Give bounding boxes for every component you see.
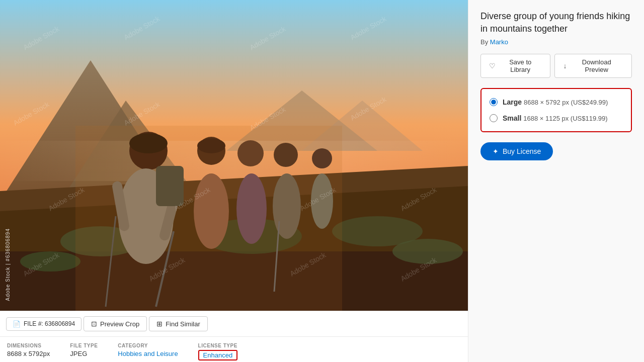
save-library-button[interactable]: ♡ Save to Library <box>480 54 550 78</box>
right-panel: Diverse group of young friends hiking in… <box>468 0 644 362</box>
preview-crop-button[interactable]: ⊡ Preview Crop <box>84 316 147 331</box>
download-preview-button[interactable]: ↓ Download Preview <box>554 54 632 78</box>
size-small-label[interactable]: Small 1688 × 1125 px (US$119.99) <box>503 114 608 122</box>
category-group: CATEGORY Hobbies and Leisure <box>118 343 178 357</box>
preview-crop-label: Preview Crop <box>100 320 139 328</box>
heart-icon: ♡ <box>489 62 496 70</box>
size-small-radio[interactable] <box>490 114 498 122</box>
license-type-group: LICENSE TYPE Enhanced <box>198 343 238 360</box>
metadata-bar: DIMENSIONS 8688 x 5792px FILE TYPE JPEG … <box>0 336 468 360</box>
action-buttons: ♡ Save to Library ↓ Download Preview <box>480 54 632 78</box>
save-library-label: Save to Library <box>499 58 542 73</box>
download-preview-label: Download Preview <box>570 58 623 73</box>
dimensions-label: DIMENSIONS <box>7 343 50 348</box>
buy-license-label: Buy License <box>503 147 541 155</box>
author-line: By Marko <box>480 38 632 46</box>
find-similar-icon: ⊞ <box>156 320 163 328</box>
image-wrapper: Adobe Stock Adobe Stock Adobe Stock Adob… <box>0 0 468 311</box>
size-large-radio[interactable] <box>490 98 498 106</box>
svg-rect-33 <box>75 126 342 311</box>
category-value[interactable]: Hobbies and Leisure <box>118 350 178 357</box>
buy-license-button[interactable]: ✦ Buy License <box>480 142 553 160</box>
author-prefix: By <box>480 38 490 46</box>
image-toolbar: 📄 FILE #: 636806894 ⊡ Preview Crop ⊞ Fin… <box>0 311 468 336</box>
file-type-value: JPEG <box>70 350 98 357</box>
size-large-name: Large <box>503 98 522 106</box>
crop-icon: ⊡ <box>91 320 97 328</box>
file-id-text: FILE #: 636806894 <box>24 320 75 327</box>
file-icon: 📄 <box>13 320 21 328</box>
find-similar-label: Find Similar <box>166 320 200 328</box>
product-title: Diverse group of young friends hiking in… <box>480 10 632 35</box>
dimensions-group: DIMENSIONS 8688 x 5792px <box>7 343 50 357</box>
license-label: LICENSE TYPE <box>198 343 238 348</box>
size-small-name: Small <box>503 114 521 122</box>
image-panel: Adobe Stock Adobe Stock Adobe Stock Adob… <box>0 0 468 362</box>
file-id-button[interactable]: 📄 FILE #: 636806894 <box>6 317 82 331</box>
category-label: CATEGORY <box>118 343 178 348</box>
size-large-details: 8688 × 5792 px (US$249.99) <box>524 99 608 106</box>
size-option-small: Small 1688 × 1125 px (US$119.99) <box>490 112 623 124</box>
image-file-id-vertical: Adobe Stock | #636806894 <box>5 228 11 301</box>
download-icon: ↓ <box>563 62 567 70</box>
buy-icon: ✦ <box>493 147 499 155</box>
file-type-label: FILE TYPE <box>70 343 98 348</box>
find-similar-button[interactable]: ⊞ Find Similar <box>149 316 208 331</box>
size-large-label[interactable]: Large 8688 × 5792 px (US$249.99) <box>503 98 608 106</box>
size-options-container: Large 8688 × 5792 px (US$249.99) Small 1… <box>480 88 632 132</box>
license-value: Enhanced <box>198 350 238 360</box>
dimensions-value: 8688 x 5792px <box>7 350 50 357</box>
author-link[interactable]: Marko <box>490 38 508 46</box>
file-type-group: FILE TYPE JPEG <box>70 343 98 357</box>
size-option-large: Large 8688 × 5792 px (US$249.99) <box>490 96 623 108</box>
size-small-details: 1688 × 1125 px (US$119.99) <box>523 115 607 122</box>
